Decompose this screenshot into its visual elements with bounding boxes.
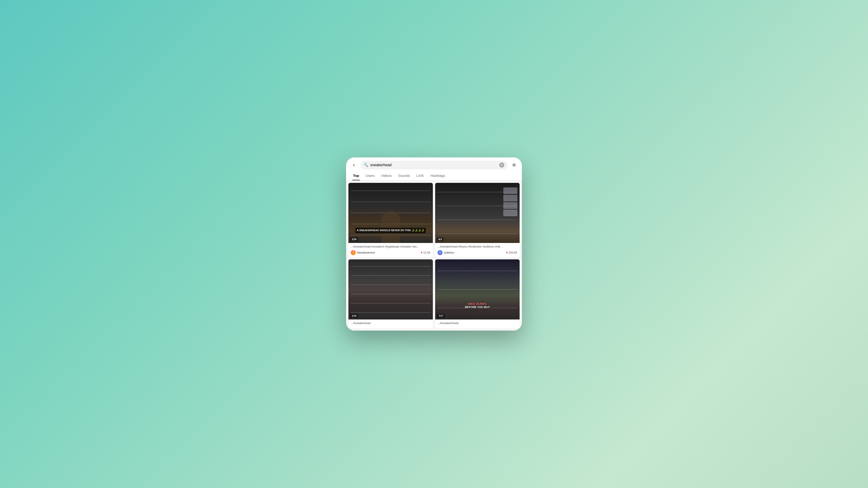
video-info-4: ...#sneakerheads [435,320,520,328]
video-caption-1: A SNEAKERHEAD SHOULD NEVER DO THIS 🐊🐊🐊🐊 [355,228,426,233]
video-counter-1: 2/26 [350,237,358,241]
video-meta-1: T thesoleservice ♥ 12.0K [351,250,431,255]
back-button[interactable]: ‹ [350,161,358,169]
back-arrow-icon: ‹ [353,162,355,168]
content-grid: A SNEAKERHEAD SHOULD NEVER DO THIS 🐊🐊🐊🐊 … [346,181,522,331]
tab-sounds[interactable]: Sounds [395,172,413,180]
filter-icon: ⚙ [512,163,516,168]
tab-videos[interactable]: Videos [378,172,395,180]
username-2: soleloco [444,251,504,254]
video-counter-2: 8/3 [437,237,443,241]
video-counter-4: 7/17 [437,314,445,318]
video-thumbnail-4: NIKE DUNKS BEFORE YOU BUY 7/17 [435,259,520,320]
clear-button[interactable]: × [499,163,504,168]
video-caption-4-line2: BEFORE YOU BUY [437,305,518,309]
like-count-1: 12.0K [423,251,431,254]
video-info-1: ...#sneakerhead #sneakers #hypebeast #sn… [348,243,433,257]
filter-button[interactable]: ⚙ [510,161,518,169]
likes-1: ♥ 12.0K [421,251,431,254]
video-info-3: ...#sneakerhead [348,320,433,328]
tab-live[interactable]: LIVE [413,172,427,180]
search-bar: ‹ 🔍 sneakerhead × ⚙ [346,157,522,169]
tab-users[interactable]: Users [362,172,378,180]
username-1: thesoleservice [357,251,420,254]
video-counter-3: 1/15 [350,314,358,318]
video-hashtags-1: ...#sneakerhead #sneakers #hypebeast #sn… [351,245,431,249]
video-thumbnail-3: 1/15 [348,259,433,320]
video-hashtags-4: ...#sneakerheads [437,321,517,325]
video-caption-4-line1: NIKE DUNKS [437,302,518,305]
heart-icon-1: ♥ [421,251,423,254]
user-avatar-1: T [351,250,356,255]
video-card-2[interactable]: 8/3 ...#sneakerhead #foryou #footlocker … [435,183,520,257]
search-input-wrapper[interactable]: 🔍 sneakerhead × [361,161,507,169]
video-hashtags-2: ...#sneakerhead #foryou #footlocker #sol… [437,245,517,249]
phone-frame: ‹ 🔍 sneakerhead × ⚙ Top Users Videos Sou… [346,157,522,331]
video-card-4[interactable]: NIKE DUNKS BEFORE YOU BUY 7/17 ...#sneak… [435,259,520,328]
video-info-2: ...#sneakerhead #foryou #footlocker #sol… [435,243,520,257]
tab-top[interactable]: Top [350,172,362,180]
video-thumbnail-2: 8/3 [435,183,520,243]
clear-icon: × [501,163,502,167]
video-card-3[interactable]: 1/15 ...#sneakerhead [348,259,433,328]
tab-bar: Top Users Videos Sounds LIVE Hashtags [346,169,522,181]
video-thumbnail-1: A SNEAKERHEAD SHOULD NEVER DO THIS 🐊🐊🐊🐊 … [348,183,433,243]
search-input[interactable]: sneakerhead [370,163,497,167]
heart-icon-2: ♥ [506,251,508,254]
user-avatar-2: S [437,250,442,255]
tab-hashtags[interactable]: Hashtags [427,172,448,180]
like-count-2: 263.6K [508,251,517,254]
video-meta-2: S soleloco ♥ 263.6K [437,250,517,255]
likes-2: ♥ 263.6K [506,251,517,254]
search-icon: 🔍 [364,163,368,167]
video-card-1[interactable]: A SNEAKERHEAD SHOULD NEVER DO THIS 🐊🐊🐊🐊 … [348,183,433,257]
video-hashtags-3: ...#sneakerhead [351,321,431,325]
